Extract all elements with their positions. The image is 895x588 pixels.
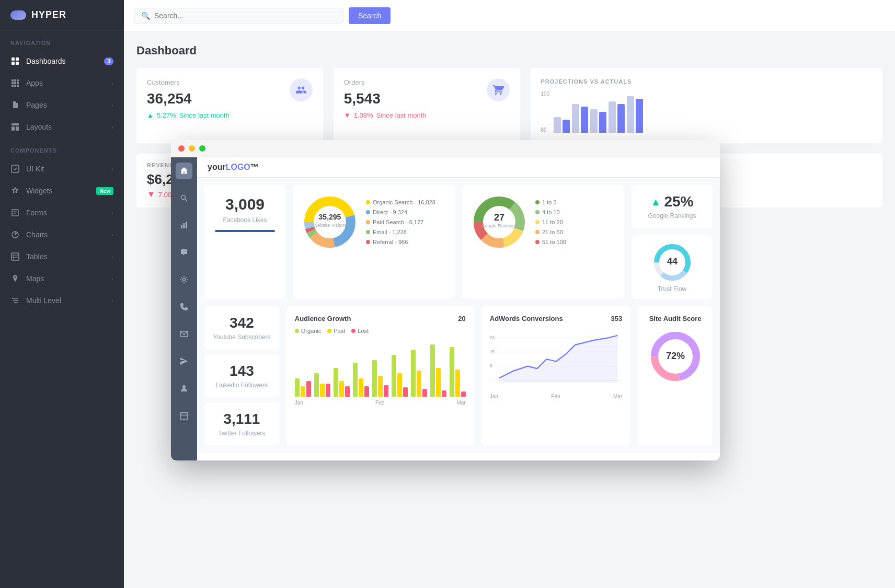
bar-group-4 [353,363,369,397]
svg-rect-12 [17,85,19,87]
adwords-line-chart: 23 15 8 [490,328,623,390]
svg-rect-17 [12,210,18,216]
audience-title: Audience Growth [295,315,351,322]
audience-x-labels: Jan Feb Mar [295,400,466,406]
pages-icon [10,100,20,110]
sidebar-item-charts[interactable]: Charts › [0,224,124,246]
orders-label: Orders [344,78,427,86]
svg-point-28 [181,195,186,200]
tables-label: Tables [26,252,111,261]
overlay-window: yourLOGO™ 3,009 Facebook Likes [171,140,720,460]
linkedin-value: 143 [213,363,271,379]
site-audit-card: Site Audit Score 72% [638,306,713,445]
x-label-jan: Jan [295,400,303,406]
bar-group-2 [314,373,330,397]
inner-nav-user[interactable] [176,380,192,397]
dashboards-label: Dashboards [26,57,104,65]
maps-label: Maps [26,274,111,283]
inner-nav-mail[interactable] [176,326,192,342]
svg-rect-15 [16,126,19,131]
search-button[interactable]: Search [349,7,391,24]
legend-paid: Paid Search - 6,177 [366,219,435,225]
sidebar-item-pages[interactable]: Pages › [0,94,124,116]
sidebar-item-forms[interactable]: Forms › [0,202,124,224]
svg-rect-36 [180,412,188,419]
window-header: yourLOGO™ [197,157,720,178]
adwords-card: AdWords Conversions 353 23 15 [481,306,631,445]
sidebar-item-multilevel[interactable]: Multi Level › [0,290,124,312]
svg-text:8: 8 [490,364,492,368]
inner-nav-settings[interactable] [176,271,192,288]
twitter-label: Twitter Followers [213,430,271,437]
orders-value: 5,543 [344,90,427,107]
adwords-jan: Jan [490,394,498,399]
pages-label: Pages [26,101,111,109]
widgets-icon [10,186,20,195]
apps-chevron: › [111,80,113,86]
tables-icon [10,252,20,261]
inner-nav-home[interactable] [176,163,192,179]
youtube-label: Youtube Subscribers [213,333,271,341]
twitter-value: 3,111 [213,411,271,428]
forms-chevron: › [111,210,113,216]
multilevel-label: Multi Level [26,296,111,305]
page-title: Dashboard [136,44,882,57]
inner-nav-chat[interactable] [176,244,192,261]
sidebar-item-dashboards[interactable]: Dashboards 3 [0,50,124,72]
audience-growth-card: Audience Growth 20 Organic Paid Lost [286,306,474,445]
maps-chevron: › [111,275,113,282]
sidebar-item-layouts[interactable]: Layouts › [0,116,124,138]
inner-nav-send[interactable] [176,353,192,370]
sidebar-item-uikit[interactable]: UI Kit › [0,158,124,180]
rankings-content: 27 Google Rankings 1 to 3 4 to 10 11 to … [471,193,616,251]
inner-nav-chart[interactable] [176,217,192,234]
svg-rect-0 [12,57,15,61]
google-rankings-card: 27 Google Rankings 1 to 3 4 to 10 11 to … [462,185,624,299]
svg-rect-31 [183,223,185,228]
pages-chevron: › [111,102,113,108]
logo-icon [10,10,26,20]
x-label-feb: Feb [375,400,384,406]
orders-change-label: Since last month [376,111,427,119]
bar-group-1 [295,378,311,397]
facebook-bar [215,230,275,232]
svg-text:23: 23 [490,336,495,340]
svg-rect-5 [14,79,16,82]
inner-nav-phone[interactable] [176,298,192,315]
audience-legend: Organic Paid Lost [295,328,466,334]
window-maximize-btn[interactable] [199,145,205,152]
svg-rect-4 [12,79,14,82]
dashboards-badge: 3 [104,57,113,65]
inner-nav-calendar[interactable] [176,407,192,424]
window-minimize-btn[interactable] [189,145,195,152]
visitors-content: 35,295 Website Visitors Organic Search -… [301,193,446,251]
trust-flow-donut: 44 [651,241,693,283]
site-audit-title: Site Audit Score [646,315,704,322]
google-pct-value: ▲ 25% [640,193,704,210]
sidebar-item-maps[interactable]: Maps › [0,268,124,290]
sidebar-item-apps[interactable]: Apps › [0,72,124,94]
inner-sidebar [171,157,197,460]
bar-group-5 [372,360,388,397]
customers-change-label: Since last month [179,111,230,119]
topbar: 🔍 Search [124,0,895,31]
components-section-label: COMPONENTS [0,138,124,158]
sidebar-item-widgets[interactable]: Widgets New [0,180,124,202]
customers-change: ▲ 5.27% Since last month [147,111,230,119]
top-metrics-grid: 3,009 Facebook Likes [197,178,720,306]
rankings-1-3: 1 to 3 [535,199,566,205]
charts-chevron: › [111,232,113,238]
inner-nav-search[interactable] [176,190,192,206]
search-input[interactable] [154,11,337,20]
svg-rect-21 [12,253,19,260]
rankings-4-10: 4 to 10 [535,209,566,215]
svg-text:72%: 72% [666,351,685,361]
layouts-icon [10,122,20,132]
adwords-title: AdWords Conversions [490,315,563,322]
legend-lost-dot: Lost [351,328,369,334]
legend-paid-dot: Paid [327,328,345,334]
window-close-btn[interactable] [178,145,185,152]
facebook-likes-card: 3,009 Facebook Likes [204,185,285,299]
sidebar-item-tables[interactable]: Tables › [0,246,124,268]
bar-group-6 [392,355,408,397]
